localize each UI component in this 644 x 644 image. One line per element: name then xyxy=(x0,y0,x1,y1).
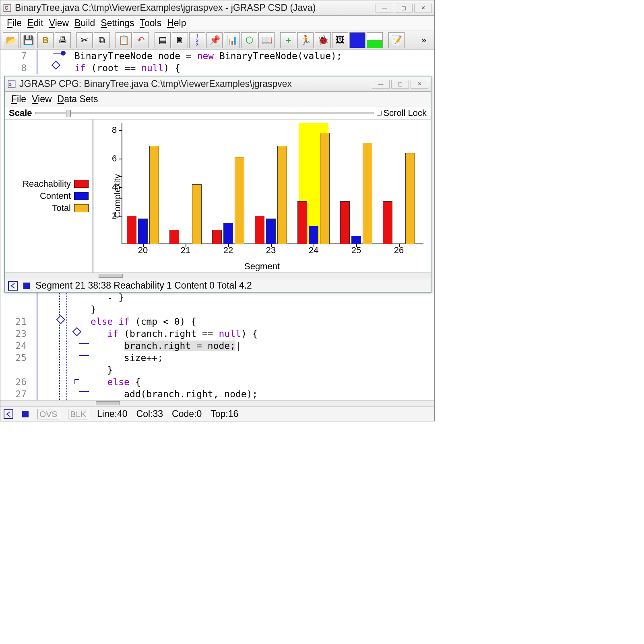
slider-thumb[interactable] xyxy=(66,110,71,117)
main-hscroll[interactable] xyxy=(0,400,434,407)
menu-edit[interactable]: Edit xyxy=(25,17,46,29)
numbered-icon[interactable]: 123 xyxy=(189,32,205,48)
menu-file[interactable]: File xyxy=(4,17,24,29)
menu-build[interactable]: Build xyxy=(72,17,97,29)
bar-reachability[interactable] xyxy=(127,216,136,244)
main-statusbar: OVSBLK Line:40 Col:33 Code:0 Top:16 xyxy=(0,407,434,421)
bar-reachability[interactable] xyxy=(383,201,392,244)
menu-help[interactable]: Help xyxy=(165,17,188,29)
bar-total[interactable] xyxy=(320,133,330,244)
pin-icon[interactable]: 📌 xyxy=(206,32,223,48)
back-icon[interactable] xyxy=(4,409,13,419)
minimize-button[interactable]: — xyxy=(376,4,393,12)
bar-total[interactable] xyxy=(363,143,372,244)
check-icon[interactable]: 📝 xyxy=(388,32,405,48)
copy-icon[interactable]: ⧉ xyxy=(94,32,110,48)
open-icon[interactable]: 📂 xyxy=(3,32,19,48)
chart-icon[interactable]: 📊 xyxy=(224,32,240,48)
back-icon[interactable] xyxy=(8,281,18,291)
doc-icon[interactable]: 🗎 xyxy=(172,32,188,48)
bar-content[interactable] xyxy=(351,236,361,244)
bar-total[interactable] xyxy=(405,153,415,244)
debug-icon[interactable]: 🐞 xyxy=(315,32,331,48)
line-number: 23 xyxy=(0,328,34,339)
line-number: 7 xyxy=(0,51,34,61)
bar-reachability[interactable] xyxy=(255,216,264,244)
svg-text:G: G xyxy=(4,5,8,11)
code-bottom[interactable]: 21 23 24 25 26 27 - } } xyxy=(0,291,434,400)
legend-item: Reachability xyxy=(23,179,89,189)
canvas-icon[interactable]: 🖼 xyxy=(332,32,348,48)
paste-icon[interactable]: 📋 xyxy=(116,32,132,48)
bar-total[interactable] xyxy=(277,146,287,244)
y-tick: 4 xyxy=(112,182,117,192)
legend-item: Total xyxy=(52,203,89,213)
chart-area: Reachability Content Total Complexity Se… xyxy=(5,120,431,272)
main-toolbar: 📂 💾 B 🖶 ✂ ⧉ 📋 ↶ ▤ 🗎 123 📌 📊 ⬡ 📖 ＋ 🏃 🐞 🖼 … xyxy=(0,31,434,50)
more-icon[interactable]: » xyxy=(416,32,432,48)
bar-content[interactable] xyxy=(266,219,276,244)
cpg-hscroll[interactable] xyxy=(5,272,431,279)
bar-reachability[interactable] xyxy=(169,230,179,244)
bar-reachability[interactable] xyxy=(340,201,350,244)
bar-total[interactable] xyxy=(149,146,159,244)
code-line: } xyxy=(91,304,96,315)
scale-slider[interactable] xyxy=(35,112,374,114)
cut-icon[interactable]: ✂ xyxy=(76,32,93,48)
tree-icon[interactable]: ⬡ xyxy=(241,32,257,48)
menu-settings[interactable]: Settings xyxy=(98,17,136,29)
bar-content[interactable] xyxy=(138,219,148,244)
bar-reachability[interactable] xyxy=(297,201,307,244)
maximize-button[interactable]: ▢ xyxy=(395,4,413,12)
green-sq-icon[interactable] xyxy=(367,32,383,48)
browse-icon[interactable]: B xyxy=(37,32,54,48)
menu-view[interactable]: View xyxy=(47,17,71,29)
code-line: if (branch.right == null) { xyxy=(91,328,258,339)
csd-icon[interactable]: ▤ xyxy=(155,32,171,48)
close-button[interactable]: ✕ xyxy=(414,4,432,12)
chart-plot[interactable]: Complexity Segment 246820212223242526 xyxy=(93,120,431,272)
cpg-titlebar[interactable]: G JGRASP CPG: BinaryTree.java C:\tmp\Vie… xyxy=(5,76,431,92)
marker-icon xyxy=(22,411,29,417)
legend-swatch-orange xyxy=(74,204,89,212)
y-tick: 8 xyxy=(112,125,117,135)
print-icon[interactable]: 🖶 xyxy=(55,32,71,48)
run-icon[interactable]: 🏃 xyxy=(297,32,314,48)
code-line: else { xyxy=(91,377,141,387)
code-line: } xyxy=(91,365,113,375)
main-title: BinaryTree.java C:\tmp\ViewerExamples\jg… xyxy=(15,2,376,13)
blk-badge: BLK xyxy=(68,409,88,419)
bar-total[interactable] xyxy=(192,184,202,244)
cpg-menu-datasets[interactable]: Data Sets xyxy=(55,93,101,105)
bar-content[interactable] xyxy=(309,226,318,244)
scale-label: Scale xyxy=(9,108,32,118)
blue-sq-icon[interactable] xyxy=(349,32,365,48)
y-tick: 2 xyxy=(112,211,117,221)
code-line: add(branch.right, node); xyxy=(91,389,258,399)
code-top[interactable]: 7 8 BinaryTreeNode node = new BinaryTree… xyxy=(0,50,434,74)
main-menubar: File Edit View Build Settings Tools Help xyxy=(0,16,434,31)
compile-icon[interactable]: ＋ xyxy=(280,32,296,48)
menu-tools[interactable]: Tools xyxy=(137,17,164,29)
app-icon: G xyxy=(3,4,12,12)
cpg-menu-view[interactable]: View xyxy=(29,93,54,105)
save-icon[interactable]: 💾 xyxy=(20,32,36,48)
cpg-maximize-button[interactable]: ▢ xyxy=(391,80,409,89)
x-axis-label: Segment xyxy=(244,261,280,272)
cpg-close-button[interactable]: ✕ xyxy=(411,80,428,89)
main-titlebar[interactable]: G BinaryTree.java C:\tmp\ViewerExamples\… xyxy=(0,0,434,16)
bar-reachability[interactable] xyxy=(212,230,222,244)
line-number: 26 xyxy=(0,377,34,387)
legend-swatch-blue xyxy=(74,192,89,200)
bar-content[interactable] xyxy=(223,223,233,244)
code-line: branch.right = node;| xyxy=(91,341,241,351)
scroll-lock[interactable]: Scroll Lock xyxy=(377,108,427,118)
code-line: size++; xyxy=(91,353,163,363)
book-icon[interactable]: 📖 xyxy=(258,32,275,48)
code-line: else if (cmp < 0) { xyxy=(91,316,196,327)
cpg-menu-file[interactable]: File xyxy=(9,93,29,105)
status-line: Line:40 xyxy=(97,409,127,419)
undo-icon[interactable]: ↶ xyxy=(133,32,149,48)
cpg-minimize-button[interactable]: — xyxy=(372,80,390,89)
bar-total[interactable] xyxy=(235,157,244,244)
